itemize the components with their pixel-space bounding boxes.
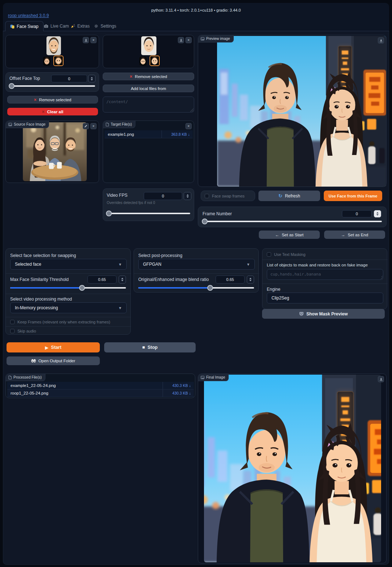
remove-x-icon: × xyxy=(130,74,132,79)
tab-settings[interactable]: Settings xyxy=(89,21,121,31)
video-fps-input-group: 0 xyxy=(144,192,182,200)
download-icon[interactable] xyxy=(83,37,89,43)
offset-face-top-input-group: 0 xyxy=(51,75,95,82)
party-popper-icon xyxy=(71,24,75,28)
target-faces-gallery: × xyxy=(103,35,194,68)
frame-number-slider[interactable] xyxy=(203,219,382,224)
remove-selected-source-button[interactable]: × Remove selected xyxy=(7,96,98,103)
offset-face-top-value[interactable]: 0 xyxy=(51,75,87,82)
processed-file-row[interactable]: roop1_22-05-24.png 430.3 KB ↓ xyxy=(7,389,194,397)
skip-audio-checkbox[interactable]: Skip audio xyxy=(10,329,36,333)
file-name: roop1_22-05-24.png xyxy=(7,389,163,397)
face-swap-masks-icon xyxy=(10,24,15,29)
set-as-end-button[interactable]: → Set as End xyxy=(324,231,385,239)
tab-bar: Face Swap Live Cam Extras Settings xyxy=(3,20,389,31)
offset-face-top-slider[interactable] xyxy=(9,83,95,89)
image-icon xyxy=(201,37,204,41)
divider xyxy=(6,273,131,274)
target-face-thumb-selected[interactable] xyxy=(150,56,160,66)
eyes-icon xyxy=(31,359,36,363)
stop-button[interactable]: ■ Stop xyxy=(104,342,196,352)
mask-icon xyxy=(299,312,304,316)
file-name: example1_22-05-24.png xyxy=(7,382,163,389)
close-icon[interactable]: × xyxy=(185,123,192,129)
checkbox-box[interactable] xyxy=(10,329,15,333)
refresh-button[interactable]: ↻ Refresh xyxy=(258,191,320,201)
offset-face-top-card: Offset Face Top 0 xyxy=(5,72,99,92)
clear-all-button[interactable]: × Clear all xyxy=(7,108,98,115)
image-icon xyxy=(201,376,204,379)
target-file-row[interactable]: example1.png 363.8 KB ↓ xyxy=(105,130,193,138)
open-output-folder-button[interactable]: Open Output Folder xyxy=(7,356,100,365)
post-processing-dropdown[interactable]: GFPGAN ▼ xyxy=(138,259,255,270)
video-fps-value[interactable]: 0 xyxy=(144,192,182,200)
blend-ratio-stepper[interactable] xyxy=(247,276,254,284)
video-fps-stepper[interactable] xyxy=(184,192,191,200)
offset-face-top-label: Offset Face Top xyxy=(9,76,40,81)
similarity-stepper[interactable] xyxy=(119,276,126,284)
use-text-masking-checkbox[interactable]: Use Text Masking xyxy=(267,252,306,257)
header-bar: python: 3.11.4 • torch: 2.0.1+cu118 • gr… xyxy=(3,3,389,20)
frame-number-value[interactable]: 0 xyxy=(342,210,372,217)
tab-face-swap[interactable]: Face Swap xyxy=(5,21,44,31)
target-face-large-thumb[interactable] xyxy=(141,36,156,55)
resize-grip[interactable] xyxy=(379,276,383,279)
video-method-dropdown[interactable]: In-Memory processing ▼ xyxy=(10,302,127,313)
target-face-thumb-girl[interactable] xyxy=(139,57,147,66)
file-size-download-link[interactable]: 363.8 KB ↓ xyxy=(162,130,193,138)
add-local-files-button[interactable]: Add local files from xyxy=(103,85,194,92)
face-selection-dropdown[interactable]: Selected face ▼ xyxy=(10,259,127,270)
frame-number-stepper[interactable] xyxy=(374,210,381,217)
checkbox-box[interactable] xyxy=(205,194,209,198)
preview-image xyxy=(217,36,386,187)
download-icon[interactable] xyxy=(378,376,384,382)
show-mask-preview-button[interactable]: Show Mask Preview xyxy=(262,309,385,319)
blend-ratio-value[interactable]: 0.65 xyxy=(216,276,245,284)
mask-objects-textarea[interactable] xyxy=(267,269,383,280)
divider xyxy=(6,294,131,294)
mask-objects-label: List of objects to mask and restore back… xyxy=(267,263,368,267)
start-button[interactable]: ▶ Start xyxy=(7,342,100,352)
frame-number-input-group: 0 xyxy=(342,210,372,217)
environment-info: python: 3.11.4 • torch: 2.0.1+cu118 • gr… xyxy=(3,8,389,12)
remove-selected-target-button[interactable]: × Remove selected xyxy=(103,73,194,80)
divider xyxy=(6,317,131,317)
stop-icon: ■ xyxy=(142,345,145,350)
blend-ratio-slider[interactable] xyxy=(138,285,254,291)
similarity-slider[interactable] xyxy=(10,285,126,291)
face-swap-frames-checkbox[interactable]: Face swap frames xyxy=(205,194,245,198)
source-face-thumb-woman[interactable] xyxy=(43,57,50,66)
keep-frames-checkbox[interactable]: Keep Frames (relevant only when extracti… xyxy=(10,320,110,324)
source-face-large-thumb[interactable] xyxy=(46,36,61,55)
clear-x-icon: × xyxy=(42,109,45,114)
final-image-chip: Final Image xyxy=(198,374,229,381)
gear-icon xyxy=(94,24,98,28)
source-face-photo xyxy=(23,122,87,181)
source-face-thumb-selected[interactable] xyxy=(53,56,64,66)
app-version-link[interactable]: roop unleashed 3.0.9 xyxy=(8,13,49,18)
close-icon[interactable]: × xyxy=(90,123,97,129)
set-as-start-button[interactable]: ← Set as Start xyxy=(259,231,320,239)
resize-grip[interactable] xyxy=(190,109,193,112)
download-icon[interactable] xyxy=(378,37,384,44)
processed-file-row[interactable]: example1_22-05-24.png 430.3 KB ↓ xyxy=(7,382,194,389)
edit-icon[interactable] xyxy=(83,123,89,129)
video-fps-slider[interactable] xyxy=(107,211,190,216)
use-face-from-frame-button[interactable]: Use Face from this Frame xyxy=(324,191,382,201)
offset-face-top-stepper[interactable] xyxy=(88,75,95,82)
engine-input[interactable]: Clip2Seg xyxy=(267,293,383,303)
app-root: python: 3.11.4 • torch: 2.0.1+cu118 • gr… xyxy=(0,0,392,567)
similarity-value[interactable]: 0.65 xyxy=(87,276,117,284)
similarity-input-group: 0.65 xyxy=(87,276,117,284)
checkbox-box[interactable] xyxy=(267,252,271,257)
frame-number-card: Frame Number 0 xyxy=(198,207,387,227)
close-icon[interactable]: × xyxy=(90,37,97,43)
swap-options-card: Select face selection for swapping Selec… xyxy=(5,248,131,335)
post-processing-card: Select post-processing GFPGAN ▼ Original… xyxy=(134,248,259,293)
file-size-download-link[interactable]: 430.3 KB ↓ xyxy=(163,389,194,397)
file-size-download-link[interactable]: 430.3 KB ↓ xyxy=(163,382,194,389)
checkbox-box[interactable] xyxy=(10,320,15,324)
local-path-textarea[interactable] xyxy=(103,97,194,113)
download-icon[interactable] xyxy=(178,37,184,43)
close-icon[interactable]: × xyxy=(185,37,192,43)
